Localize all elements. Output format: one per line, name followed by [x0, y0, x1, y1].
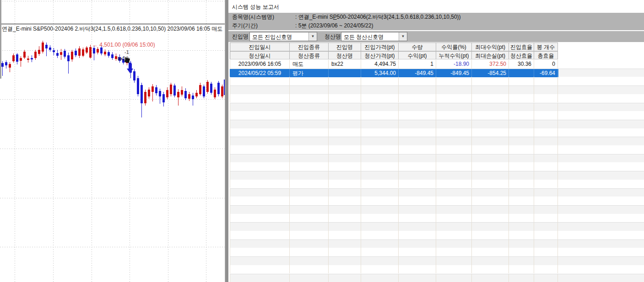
- table-cell-empty: [436, 274, 472, 282]
- table-cell-empty: [534, 137, 558, 146]
- row-cells-empty: [230, 248, 558, 256]
- table-cell-empty: [436, 162, 472, 171]
- table-cell-empty: [509, 223, 534, 231]
- chevron-down-icon[interactable]: ▼: [399, 32, 407, 41]
- row-cells-empty: [230, 94, 558, 103]
- table-cell-empty: [472, 180, 509, 188]
- candle-body: [111, 54, 114, 58]
- table-cell-empty: [509, 214, 534, 223]
- row-cells: 2023/09/06 16:05매도bx224,494.751-18.90372…: [230, 60, 558, 69]
- candle-body: [108, 52, 110, 56]
- table-cell-empty: [230, 103, 290, 112]
- table-cell-empty: [399, 77, 436, 85]
- table-cell: 매도: [290, 60, 329, 69]
- table-cell-empty: [290, 206, 329, 214]
- table-cell-empty: [399, 162, 436, 171]
- table-row-empty: [230, 180, 644, 188]
- table-cell-empty: [329, 197, 361, 205]
- table-cell-empty: [290, 120, 329, 129]
- table-cell-empty: [509, 171, 534, 180]
- table-cell-empty: [230, 77, 290, 85]
- header-cell: 진입효율: [509, 43, 534, 51]
- row-cells-empty: [230, 265, 558, 274]
- row-cells-empty: [230, 214, 558, 223]
- table-cell-empty: [290, 197, 329, 205]
- table-row-empty: [230, 248, 644, 256]
- table-cell-empty: [472, 197, 509, 205]
- table-cell-empty: [290, 86, 329, 95]
- table-row-empty: [230, 162, 644, 171]
- table-cell-empty: [534, 223, 558, 231]
- table-cell: -69.64: [534, 69, 558, 78]
- row-cells-empty: [230, 240, 558, 249]
- table-cell-empty: [399, 265, 436, 274]
- candle-body: [100, 48, 103, 53]
- candle-body: [75, 51, 77, 55]
- table-cell-empty: [436, 154, 472, 163]
- candle-body: [137, 78, 139, 94]
- table-row[interactable]: 2023/09/06 16:05매도bx224,494.751-18.90372…: [230, 60, 644, 69]
- header-cell: 수익(pt): [399, 51, 436, 60]
- table-cell-empty: [509, 94, 534, 103]
- table-cell-empty: [290, 103, 329, 112]
- table-cell-empty: [361, 214, 399, 223]
- table-cell-empty: [399, 120, 436, 129]
- header-cell: 청산명: [329, 51, 361, 60]
- period-label: 주기(기간): [232, 21, 258, 30]
- header-cell: 청산일시: [230, 51, 290, 60]
- row-cells-empty: [230, 111, 558, 120]
- candle-body: [97, 49, 99, 53]
- header-cell: 봉 개수: [534, 43, 558, 51]
- row-cells-empty: [230, 145, 558, 154]
- table-row-empty: [230, 239, 644, 248]
- table-cell-empty: [361, 162, 399, 171]
- table-cell-empty: [472, 137, 509, 146]
- filter-toolbar: 진입명 모든 진입신호명 ▼ 청산명 모든 청산신호명 ▼: [228, 31, 644, 42]
- table-cell-empty: [290, 137, 329, 146]
- panel-splitter[interactable]: [225, 0, 228, 282]
- table-cell-empty: [472, 94, 509, 103]
- table-cell-empty: [230, 231, 290, 239]
- table-cell-empty: [361, 180, 399, 188]
- table-cell-empty: [329, 231, 361, 239]
- table-cell-empty: [436, 94, 472, 103]
- table-cell-empty: [472, 162, 509, 171]
- table-cell: 1: [399, 60, 436, 69]
- candle-body: [27, 59, 29, 60]
- header-cell: 진입명: [329, 43, 361, 51]
- table-cell-empty: [436, 265, 472, 274]
- table-cell-empty: [472, 111, 509, 120]
- table-cell-empty: [436, 197, 472, 205]
- table-cell-empty: [509, 103, 534, 112]
- table-cell-empty: [361, 223, 399, 231]
- table-cell-empty: [329, 274, 361, 282]
- table-cell-empty: [534, 120, 558, 129]
- sell-arrow-icon: [127, 63, 133, 73]
- candle-body: [195, 93, 198, 96]
- table-cell-empty: [472, 145, 509, 154]
- table-cell-empty: [534, 103, 558, 112]
- exit-filter-select[interactable]: 모든 청산신호명 ▼: [341, 32, 407, 41]
- table-cell-empty: [399, 86, 436, 95]
- table-cell-empty: [509, 145, 534, 154]
- row-cells-empty: [230, 257, 558, 266]
- table-row-empty: [230, 94, 644, 103]
- candle-body: [184, 91, 187, 98]
- row-cells-empty: [230, 154, 558, 163]
- table-cell-empty: [534, 171, 558, 180]
- table-cell-empty: [329, 137, 361, 146]
- table-cell-empty: [361, 137, 399, 146]
- row-cells-empty: [230, 77, 558, 85]
- chevron-down-icon[interactable]: ▼: [308, 32, 317, 41]
- table-cell-empty: [290, 223, 329, 231]
- selected-row-cells: 2024/05/22 05:59평가5,344.00-849.45-849.45…: [230, 69, 558, 78]
- table-cell-empty: [290, 248, 329, 256]
- table-cell-empty: [230, 154, 290, 163]
- candle-body: [214, 90, 216, 97]
- table-cell-empty: [472, 86, 509, 95]
- table-cell-empty: [534, 214, 558, 223]
- entry-filter-select[interactable]: 모든 진입신호명 ▼: [249, 32, 317, 41]
- table-row[interactable]: 2024/05/22 05:59평가5,344.00-849.45-849.45…: [230, 69, 644, 77]
- table-cell-empty: [509, 206, 534, 214]
- table-cell-empty: [329, 257, 361, 266]
